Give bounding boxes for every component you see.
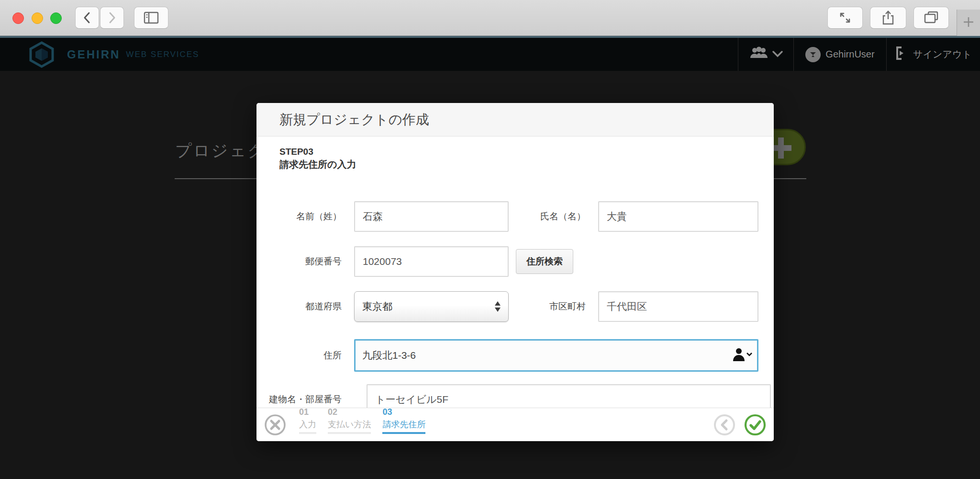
tab-overview-button[interactable] [913,7,949,29]
address-search-button[interactable]: 住所検索 [516,249,573,274]
step-03-billing-address[interactable]: 03 請求先住所 [382,408,425,434]
window-zoom-button[interactable] [50,12,62,24]
window-minimize-button[interactable] [32,12,43,24]
address-row: 住所 [256,339,774,372]
previous-step-button[interactable] [713,414,735,436]
brand-suffix: WEB SERVICES [126,50,199,59]
last-name-label: 名前（姓） [256,210,342,223]
step-name-text: 請求先住所の入力 [279,158,774,171]
contact-autofill-icon[interactable] [732,347,753,364]
fullscreen-icon [838,11,852,25]
organizations-menu[interactable] [738,38,793,71]
check-icon [744,414,766,436]
forward-icon [106,11,118,25]
sidebar-icon [143,11,159,24]
user-name: GehirnUser [825,49,874,60]
tabs-icon [924,11,939,25]
users-group-icon [749,46,768,62]
share-icon [881,10,895,26]
browser-toolbar [0,0,980,36]
brand-name: GEHIRN [67,48,120,61]
first-name-input[interactable] [598,201,758,232]
confirm-button[interactable] [744,414,766,436]
prefecture-value: 東京都 [362,300,392,313]
close-icon [264,414,286,436]
modal-body: STEP03 請求先住所の入力 名前（姓） 氏名（名） 郵便番号 住所検索 都道… [256,137,774,408]
prefecture-select[interactable]: 東京都 [354,291,509,322]
window-close-button[interactable] [12,12,24,24]
city-input[interactable] [598,291,758,322]
plus-icon [962,16,975,30]
gehirn-logo[interactable]: GEHIRN WEB SERVICES [28,41,199,68]
site-header: GEHIRN WEB SERVICES GehirnUser [0,38,980,71]
chevron-left-icon [713,414,735,436]
address-label: 住所 [256,349,342,362]
back-button[interactable] [75,7,99,29]
address-input[interactable] [354,339,758,372]
postal-label: 郵便番号 [256,255,342,268]
new-project-modal: 新規プロジェクトの作成 STEP03 請求先住所の入力 名前（姓） 氏名（名） … [256,103,774,441]
sidebar-toggle-button[interactable] [134,7,168,29]
page-title: プロジェク [175,140,266,162]
name-row: 名前（姓） 氏名（名） [256,201,774,232]
prefecture-row: 都道府県 東京都 市区町村 [256,291,774,322]
building-label: 建物名・部屋番号 [256,393,342,406]
header-menu: GehirnUser サインアウト [738,38,980,71]
billing-address-form: 名前（姓） 氏名（名） 郵便番号 住所検索 都道府県 東京都 市 [256,201,774,415]
wizard-steps: 01 入力 02 支払い方法 03 請求先住所 [299,408,437,434]
select-stepper-icon [495,300,501,313]
modal-header: 新規プロジェクトの作成 [256,103,774,137]
forward-button[interactable] [100,7,124,29]
close-modal-button[interactable] [264,414,286,436]
modal-footer: 01 入力 02 支払い方法 03 請求先住所 [256,408,774,441]
modal-title: 新規プロジェクトの作成 [279,111,429,129]
last-name-input[interactable] [354,201,509,232]
step-heading: STEP03 請求先住所の入力 [256,137,774,171]
postal-row: 郵便番号 住所検索 [256,246,774,277]
screen: GEHIRN WEB SERVICES GehirnUser [0,0,980,479]
signout-button[interactable]: サインアウト [886,38,980,71]
first-name-label: 氏名（名） [509,210,586,223]
postal-code-input[interactable] [354,246,509,277]
prefecture-label: 都道府県 [256,300,342,313]
step-01-input[interactable]: 01 入力 [299,408,316,434]
step-number-text: STEP03 [279,145,774,158]
new-tab-button[interactable] [957,10,980,36]
fullscreen-button[interactable] [827,7,863,29]
account-menu[interactable]: GehirnUser [793,38,886,71]
city-label: 市区町村 [509,300,586,313]
back-icon [81,11,93,25]
chevron-down-icon [772,49,783,60]
gehirn-hexagon-icon [28,41,56,68]
signout-label: サインアウト [913,48,972,61]
signout-door-icon [895,46,908,63]
share-button[interactable] [870,7,906,29]
step-02-payment[interactable]: 02 支払い方法 [328,408,371,434]
avatar [805,47,821,62]
